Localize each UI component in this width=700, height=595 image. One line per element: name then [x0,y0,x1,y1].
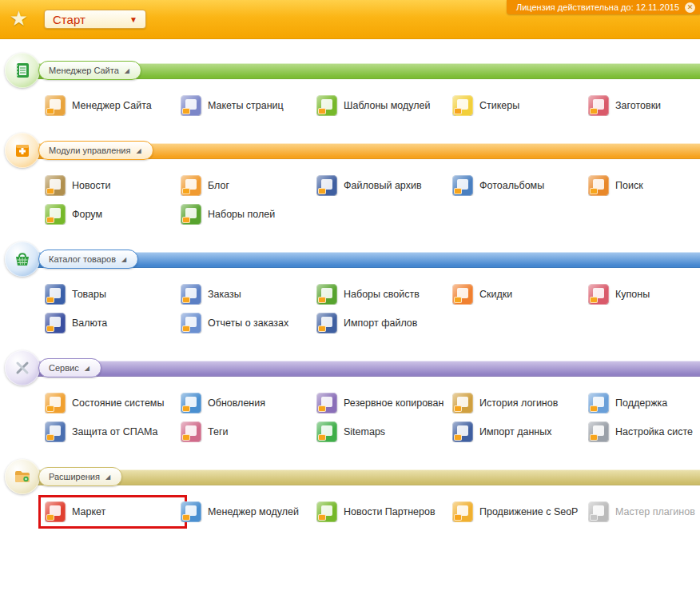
menu-item-currency[interactable]: Валюта [45,313,181,333]
menu-item-property-sets[interactable]: Наборы свойств [316,284,452,305]
section-service: Сервис ◢ Состояние системыОбновленияРезе… [0,361,700,452]
menu-item-label: Настройка систе [615,426,693,437]
section-header-extensions[interactable]: Расширения ◢ [38,467,122,486]
page-layouts-icon [181,95,201,116]
menu-item-orders[interactable]: Заказы [181,284,316,305]
currency-icon [45,313,66,333]
menu-item-market[interactable]: Маркет [45,501,181,522]
menu-item-sitemaps[interactable]: Sitemaps [316,421,452,442]
section-title: Расширения [49,472,100,481]
menu-item-module-templates[interactable]: Шаблоны модулей [316,95,452,116]
module-templates-icon [316,95,337,116]
menu-item-site-manager[interactable]: Менеджер Сайта [45,95,181,116]
menu-item-order-reports[interactable]: Отчеты о заказах [181,313,316,333]
menu-item-login-history[interactable]: История логинов [452,393,588,413]
partner-news-icon [316,501,337,522]
license-notice: Лицензия действительна до: 12.11.2015 ✕ [507,0,700,14]
favorites-star-icon[interactable]: ★ [10,6,28,31]
section-header-control-modules[interactable]: Модули управления ◢ [38,141,153,160]
menu-item-blanks[interactable]: Заготовки [588,95,700,116]
menu-item-search[interactable]: Поиск [588,175,700,196]
section-header-service[interactable]: Сервис ◢ [38,358,101,377]
section-header-product-catalog[interactable]: Каталог товаров ◢ [38,250,138,269]
section-items: ТоварыЗаказыНаборы свойствСкидкиКупоныВа… [0,268,700,343]
menu-item-file-archive[interactable]: Файловый архив [316,175,452,196]
photo-albums-icon [452,175,473,196]
menu-item-stickers[interactable]: Стикеры [452,95,588,116]
menu-item-updates[interactable]: Обновления [181,393,316,413]
order-reports-icon [181,313,201,333]
products-icon [45,284,66,305]
news-icon [45,175,66,196]
spam-protection-icon [45,421,66,442]
menu-item-blog[interactable]: Блог [181,175,316,196]
menu-item-plugin-master: Мастер плагинов [588,501,700,522]
menu-item-label: Фотоальбомы [479,180,544,191]
menu-item-support[interactable]: Поддержка [588,393,700,413]
item-row: НовостиБлогФайловый архивФотоальбомыПоис… [45,175,700,196]
menu-item-label: Товары [72,289,106,300]
menu-item-page-layouts[interactable]: Макеты страниц [181,95,316,116]
folder-icon [5,459,40,494]
menu-item-photo-albums[interactable]: Фотоальбомы [452,175,588,196]
menu-item-forum[interactable]: Форум [45,204,181,225]
item-row: ФорумНаборы полей [45,204,700,225]
menu-item-tags[interactable]: Теги [181,421,316,442]
admin-start-page: ★ Старт ▼ Лицензия действительна до: 12.… [0,0,700,595]
menu-item-label: Обновления [208,397,265,409]
menu-item-label: Новости [72,180,110,191]
menu-item-system-settings[interactable]: Настройка систе [588,421,700,442]
item-row: ВалютаОтчеты о заказахИмпорт файлов [45,313,700,333]
plus-box-icon [5,133,40,168]
close-icon[interactable]: ✕ [685,2,695,13]
item-row: Защита от СПАМаТегиSitemapsИмпорт данных… [45,421,700,442]
menu-item-partner-news[interactable]: Новости Партнеров [316,501,452,522]
tags-icon [181,421,201,442]
menu-item-seopult-promotion[interactable]: Продвижение с SeoP [452,501,588,522]
menu-item-system-status[interactable]: Состояние системы [45,393,181,413]
section-header-site-manager[interactable]: Менеджер Сайта ◢ [38,61,141,80]
plugin-master-icon [588,501,609,522]
menu-item-label: Файловый архив [344,180,422,191]
chevron-down-icon: ▼ [129,15,137,24]
menu-item-label: Купоны [615,289,650,300]
item-row: Состояние системыОбновленияРезервное коп… [45,393,700,413]
menu-item-module-manager[interactable]: Менеджер модулей [181,501,316,522]
menu-item-products[interactable]: Товары [45,284,181,305]
menu-item-label: Маркет [72,506,105,517]
menu-item-label: Sitemaps [344,426,385,437]
menu-item-label: Менеджер Сайта [72,100,152,111]
menu-item-label: Скидки [479,289,512,300]
start-dropdown[interactable]: Старт ▼ [44,10,146,29]
menu-item-field-sets[interactable]: Наборы полей [181,204,316,225]
license-text: Лицензия действительна до: 12.11.2015 [516,2,679,12]
collapse-triangle-icon: ◢ [85,365,89,372]
menu-item-label: Форум [72,209,102,220]
collapse-triangle-icon: ◢ [125,67,129,74]
support-icon [588,393,609,413]
forum-icon [45,204,66,225]
menu-item-label: Состояние системы [72,397,164,409]
menu-item-news[interactable]: Новости [45,175,181,196]
menu-item-discounts[interactable]: Скидки [452,284,588,305]
field-sets-icon [181,204,201,225]
updates-icon [181,393,201,413]
tools-icon [5,350,40,385]
start-dropdown-label: Старт [53,13,86,26]
menu-item-data-import[interactable]: Импорт данных [452,421,588,442]
menu-item-spam-protection[interactable]: Защита от СПАМа [45,421,181,442]
menu-item-label: Стикеры [479,100,519,111]
file-import-icon [316,313,337,333]
blog-icon [181,175,201,196]
menu-item-label: Новости Партнеров [344,506,436,517]
menu-item-coupons[interactable]: Купоны [588,284,700,305]
property-sets-icon [316,284,337,305]
sections-container: Менеджер Сайта ◢ Менеджер СайтаМакеты ст… [0,39,700,532]
menu-item-label: Блог [208,180,229,191]
menu-item-file-import[interactable]: Импорт файлов [316,313,452,333]
section-items: МаркетМенеджер модулейНовости ПартнеровП… [0,485,700,532]
site-manager-icon [45,95,66,116]
menu-item-label: Импорт файлов [344,317,417,329]
top-bar: ★ Старт ▼ Лицензия действительна до: 12.… [0,0,700,39]
menu-item-backup[interactable]: Резервное копирован [316,393,452,413]
